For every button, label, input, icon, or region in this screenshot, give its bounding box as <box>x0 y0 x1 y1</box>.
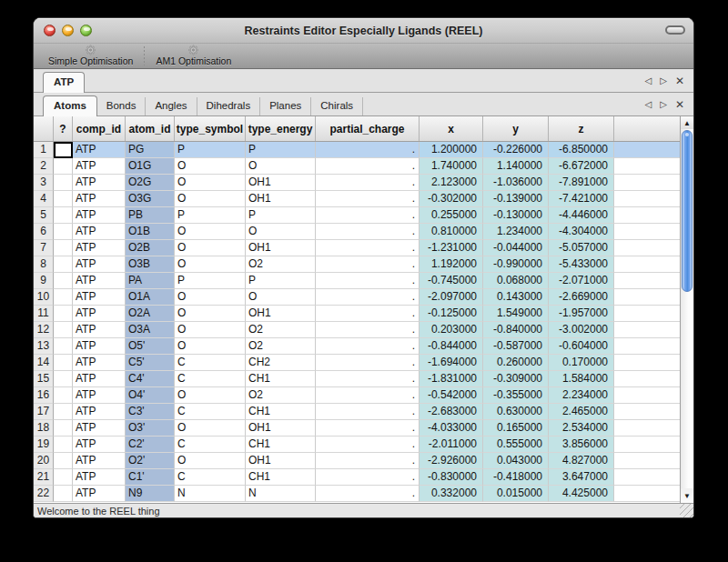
row-number-cell[interactable]: 7 <box>34 240 54 256</box>
z-cell[interactable]: -1.957000 <box>549 306 614 322</box>
x-cell[interactable]: -0.542000 <box>420 387 483 404</box>
tab-chirals[interactable]: Chirals <box>311 97 363 115</box>
scroll-down-icon[interactable]: ▼ <box>681 488 693 503</box>
x-cell[interactable]: -2.097000 <box>420 289 483 306</box>
y-cell[interactable]: -0.226000 <box>483 142 549 158</box>
x-cell[interactable]: 0.810000 <box>420 224 483 240</box>
z-cell[interactable]: 4.425000 <box>549 486 614 502</box>
x-cell[interactable]: 1.740000 <box>420 158 483 175</box>
type-symbol-cell[interactable]: N <box>175 486 246 502</box>
tab-scroll-left-icon[interactable]: ◁ <box>645 75 652 85</box>
y-cell[interactable]: -0.139000 <box>483 191 549 207</box>
y-cell[interactable]: -0.587000 <box>483 338 549 355</box>
partial-charge-cell[interactable]: . <box>316 404 420 420</box>
type-symbol-cell[interactable]: O <box>175 289 246 306</box>
am1-optimisation-button[interactable]: AM1 Optimisation <box>147 44 240 68</box>
type-energy-cell[interactable]: CH2 <box>246 355 316 371</box>
z-cell[interactable]: -6.672000 <box>549 158 614 175</box>
comp-id-cell[interactable]: ATP <box>73 240 126 256</box>
scrollbar-thumb[interactable] <box>682 130 693 292</box>
header-y[interactable]: y <box>483 116 549 141</box>
partial-charge-cell[interactable]: . <box>316 158 420 175</box>
z-cell[interactable]: -7.891000 <box>549 175 614 191</box>
question-cell[interactable] <box>54 486 73 502</box>
header-atom-id[interactable]: atom_id <box>126 116 175 141</box>
partial-charge-cell[interactable]: . <box>316 207 420 224</box>
row-number-cell[interactable]: 3 <box>34 175 54 191</box>
type-symbol-cell[interactable]: C <box>175 355 246 371</box>
z-cell[interactable]: -4.446000 <box>549 207 614 224</box>
type-symbol-cell[interactable]: C <box>175 437 246 453</box>
atom-id-cell[interactable]: C4' <box>126 371 175 387</box>
y-cell[interactable]: 0.260000 <box>483 355 549 371</box>
partial-charge-cell[interactable]: . <box>316 322 420 338</box>
atom-id-cell[interactable]: O1G <box>126 158 175 175</box>
partial-charge-cell[interactable]: . <box>316 240 420 256</box>
question-cell[interactable] <box>54 387 73 404</box>
header-comp-id[interactable]: comp_id <box>73 116 126 141</box>
z-cell[interactable]: -4.304000 <box>549 224 614 240</box>
z-cell[interactable]: 2.234000 <box>549 387 614 404</box>
toolbar-toggle-button[interactable] <box>665 25 685 35</box>
type-symbol-cell[interactable]: O <box>175 306 246 322</box>
row-number-cell[interactable]: 5 <box>34 207 54 224</box>
x-cell[interactable]: 0.332000 <box>420 486 483 502</box>
atom-id-cell[interactable]: PA <box>126 273 175 289</box>
z-cell[interactable]: -5.433000 <box>549 256 614 273</box>
z-cell[interactable]: -5.057000 <box>549 240 614 256</box>
type-symbol-cell[interactable]: O <box>175 191 246 207</box>
z-cell[interactable]: -3.002000 <box>549 322 614 338</box>
question-cell[interactable] <box>54 404 73 420</box>
type-energy-cell[interactable]: O <box>246 289 316 306</box>
partial-charge-cell[interactable]: . <box>316 437 420 453</box>
question-cell[interactable] <box>54 469 73 486</box>
y-cell[interactable]: -0.840000 <box>483 322 549 338</box>
type-symbol-cell[interactable]: O <box>175 158 246 175</box>
row-number-cell[interactable]: 17 <box>34 404 54 420</box>
x-cell[interactable]: 0.203000 <box>420 322 483 338</box>
comp-id-cell[interactable]: ATP <box>73 306 126 322</box>
y-cell[interactable]: -0.990000 <box>483 256 549 273</box>
x-cell[interactable]: -0.830000 <box>420 469 483 486</box>
x-cell[interactable]: -2.011000 <box>420 437 483 453</box>
scroll-up-icon[interactable]: ▲ <box>681 116 693 129</box>
type-energy-cell[interactable]: P <box>246 273 316 289</box>
type-energy-cell[interactable]: OH1 <box>246 306 316 322</box>
row-number-cell[interactable]: 12 <box>34 322 54 338</box>
question-cell[interactable] <box>54 437 73 453</box>
type-energy-cell[interactable]: OH1 <box>246 420 316 437</box>
type-energy-cell[interactable]: CH1 <box>246 371 316 387</box>
partial-charge-cell[interactable]: . <box>316 142 420 158</box>
type-energy-cell[interactable]: OH1 <box>246 453 316 469</box>
row-number-cell[interactable]: 1 <box>34 142 54 158</box>
tab-atoms[interactable]: Atoms <box>43 95 97 116</box>
x-cell[interactable]: -1.231000 <box>420 240 483 256</box>
row-number-cell[interactable]: 6 <box>34 224 54 240</box>
partial-charge-cell[interactable]: . <box>316 338 420 355</box>
type-symbol-cell[interactable]: P <box>175 207 246 224</box>
x-cell[interactable]: 2.123000 <box>420 175 483 191</box>
comp-id-cell[interactable]: ATP <box>73 289 126 306</box>
atom-id-cell[interactable]: O2' <box>126 453 175 469</box>
scrollbar-track[interactable] <box>681 129 693 488</box>
row-number-cell[interactable]: 16 <box>34 387 54 404</box>
z-cell[interactable]: -2.071000 <box>549 273 614 289</box>
atom-id-cell[interactable]: O3A <box>126 322 175 338</box>
tab-scroll-left-icon[interactable]: ◁ <box>645 99 652 109</box>
question-cell[interactable] <box>54 371 73 387</box>
atom-id-cell[interactable]: C3' <box>126 404 175 420</box>
question-cell[interactable] <box>54 175 73 191</box>
header-type-energy[interactable]: type_energy <box>246 116 316 141</box>
partial-charge-cell[interactable]: . <box>316 175 420 191</box>
type-symbol-cell[interactable]: O <box>175 322 246 338</box>
partial-charge-cell[interactable]: . <box>316 289 420 306</box>
question-cell[interactable] <box>54 453 73 469</box>
comp-id-cell[interactable]: ATP <box>73 437 126 453</box>
partial-charge-cell[interactable]: . <box>316 486 420 502</box>
z-cell[interactable]: 3.647000 <box>549 469 614 486</box>
partial-charge-cell[interactable]: . <box>316 224 420 240</box>
comp-id-cell[interactable]: ATP <box>73 224 126 240</box>
question-cell[interactable] <box>54 240 73 256</box>
type-symbol-cell[interactable]: O <box>175 453 246 469</box>
type-symbol-cell[interactable]: O <box>175 175 246 191</box>
